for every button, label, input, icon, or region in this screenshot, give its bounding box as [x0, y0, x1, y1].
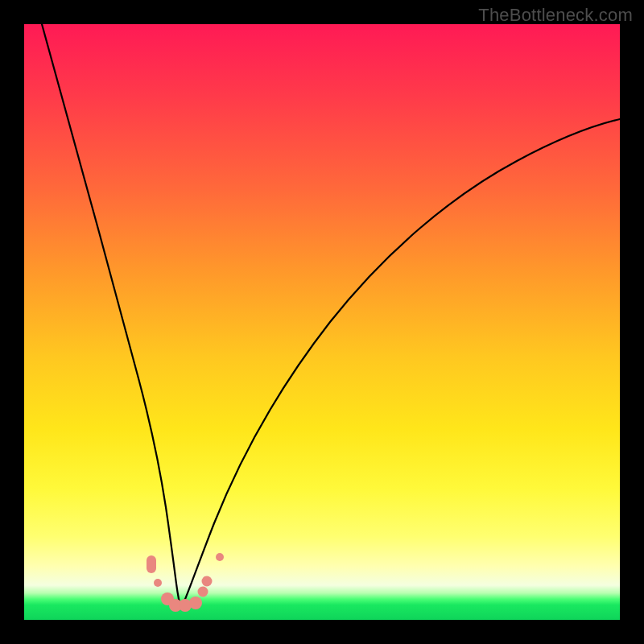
marker-dot	[216, 553, 224, 561]
left-curve	[42, 24, 181, 609]
plot-area	[24, 24, 620, 620]
chart-frame: TheBottleneck.com	[0, 0, 644, 644]
right-curve	[181, 119, 620, 609]
marker-dot	[154, 579, 162, 587]
marker-dot	[189, 597, 202, 609]
marker-dot	[198, 587, 208, 597]
marker-dot	[202, 576, 213, 587]
curve-layer	[24, 24, 620, 620]
marker-group	[147, 553, 224, 612]
watermark-text: TheBottleneck.com	[478, 5, 633, 26]
marker-dot	[147, 555, 156, 573]
